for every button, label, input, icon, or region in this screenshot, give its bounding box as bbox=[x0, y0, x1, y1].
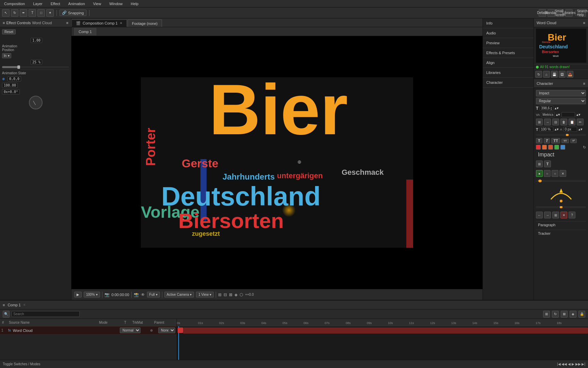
char-scalex-input[interactable] bbox=[540, 127, 553, 132]
tl-btn-2[interactable]: ↻ bbox=[552, 311, 559, 318]
panel-item-audio[interactable]: Audio bbox=[483, 28, 534, 38]
char-btn-4[interactable]: 🗑 bbox=[560, 119, 567, 125]
view-select[interactable]: 1 View ▾ bbox=[196, 292, 214, 297]
style-tt[interactable]: TT bbox=[551, 138, 560, 143]
zoom-select[interactable]: 100% ▾ bbox=[84, 292, 100, 297]
hslider-thumb[interactable] bbox=[538, 180, 542, 182]
char-ctrl-green[interactable]: ● bbox=[536, 170, 543, 177]
tool-pen[interactable]: ✒ bbox=[20, 9, 27, 17]
camera-select[interactable]: Active Camera ▾ bbox=[164, 292, 194, 297]
animation-in-dropdown[interactable]: In ▾ bbox=[2, 53, 11, 58]
panel-item-info[interactable]: Info bbox=[483, 18, 534, 28]
search-help-btn[interactable]: Search Help bbox=[578, 9, 586, 17]
comp-viewer[interactable]: Bier Deutschland Biersorten Gerste Jahrh… bbox=[71, 36, 483, 289]
tool-shape[interactable]: □ bbox=[37, 9, 45, 17]
rulers-icon[interactable]: ⊠ bbox=[229, 292, 232, 297]
tl-btn-5[interactable]: 🔒 bbox=[578, 311, 585, 318]
char-ctrl-circle1[interactable]: ○ bbox=[544, 170, 551, 177]
style-italic[interactable]: T bbox=[544, 138, 550, 143]
subtab-comp1[interactable]: Comp 1 bbox=[74, 28, 96, 35]
layer-name[interactable]: Word Cloud bbox=[13, 328, 118, 333]
show-snapshot-icon[interactable]: 👁 bbox=[141, 292, 145, 297]
table-row[interactable]: 1 fx Word Cloud Normal ⊕ None bbox=[0, 326, 177, 335]
tool-text[interactable]: T bbox=[29, 9, 36, 17]
wcp-btn-save[interactable]: 💾 bbox=[551, 71, 558, 78]
guides-icon[interactable]: ⊟ bbox=[224, 292, 227, 297]
wcp-btn-home[interactable]: ⌂ bbox=[543, 71, 550, 78]
char-btn-2[interactable]: → bbox=[544, 119, 551, 125]
tab-comp-close[interactable]: ✕ bbox=[120, 21, 122, 25]
char-action-red[interactable]: ✕ bbox=[560, 212, 567, 218]
wcp-menu[interactable]: ≡ bbox=[583, 21, 585, 25]
layer-bar[interactable] bbox=[183, 327, 588, 334]
char-slider[interactable] bbox=[536, 134, 586, 136]
tool-select[interactable]: ↖ bbox=[2, 9, 10, 17]
char-scaley-input[interactable] bbox=[564, 127, 577, 132]
rotation-val[interactable]: 0x+0.0° bbox=[2, 89, 20, 94]
slider-thumb[interactable] bbox=[17, 65, 20, 69]
swatch-dark-orange[interactable] bbox=[548, 145, 553, 150]
char-style-select[interactable]: Regular bbox=[536, 98, 586, 104]
char-extra-btn2[interactable]: T bbox=[544, 160, 551, 167]
char-action-help[interactable]: ? bbox=[569, 212, 575, 218]
layer-parent-select[interactable]: None bbox=[158, 327, 175, 333]
style-superscript[interactable]: T² bbox=[570, 139, 577, 143]
tl-search-btn[interactable]: 🔍 bbox=[3, 311, 10, 318]
tab-composition-comp1[interactable]: 🎬 Composition Comp 1 ✕ bbox=[71, 19, 127, 27]
slider-container[interactable] bbox=[2, 66, 69, 68]
tl-btn-3[interactable]: ⊠ bbox=[561, 311, 568, 318]
char-action-1[interactable]: ← bbox=[536, 212, 543, 218]
layer-mode-select[interactable]: Normal bbox=[120, 327, 141, 333]
tl-search-input[interactable] bbox=[12, 311, 80, 317]
tl-btn-4[interactable]: ◈ bbox=[570, 311, 576, 318]
style-bold[interactable]: T bbox=[536, 138, 542, 143]
grid-icon[interactable]: ⊞ bbox=[218, 292, 222, 297]
color-refresh[interactable]: ↻ bbox=[583, 145, 586, 150]
swatch-green[interactable] bbox=[554, 145, 559, 150]
char-btn-6[interactable]: ✏ bbox=[577, 119, 584, 125]
tab-footage[interactable]: Footage (none) bbox=[128, 19, 162, 27]
menu-view[interactable]: View bbox=[92, 1, 103, 6]
panel-item-align[interactable]: Align bbox=[483, 58, 534, 68]
toggle-switches[interactable]: Toggle Switches / Modes bbox=[3, 362, 40, 366]
bottom-slider-thumb[interactable] bbox=[560, 206, 562, 208]
menu-composition[interactable]: Composition bbox=[3, 1, 26, 6]
reset-button[interactable]: Reset bbox=[2, 29, 16, 34]
effect-controls-menu[interactable]: ≡ bbox=[66, 21, 68, 25]
val-100[interactable]: 100.00 bbox=[2, 83, 18, 88]
mask-icon[interactable]: ◈ bbox=[234, 292, 238, 297]
char-btn-1[interactable]: ⊞ bbox=[536, 119, 543, 125]
char-extra-btn1[interactable]: ⊞ bbox=[536, 160, 543, 167]
style-tf[interactable]: TT bbox=[561, 139, 569, 143]
tool-rotate[interactable]: ↻ bbox=[11, 9, 18, 17]
char-va-input[interactable] bbox=[541, 112, 555, 117]
char-ctrl-x[interactable]: ✕ bbox=[559, 170, 566, 177]
swatch-red[interactable] bbox=[536, 145, 541, 150]
swatch-orange[interactable] bbox=[542, 145, 547, 150]
char-action-3[interactable]: ⊞ bbox=[552, 212, 559, 218]
char-track-input[interactable] bbox=[561, 112, 575, 117]
swatch-blue[interactable] bbox=[560, 145, 565, 150]
panel-item-libraries[interactable]: Libraries bbox=[483, 68, 534, 78]
char-size-input[interactable] bbox=[540, 106, 553, 111]
char-btn-3[interactable]: ⊟ bbox=[552, 119, 559, 125]
field-value-100[interactable]: 1.00 bbox=[31, 38, 42, 43]
xyz-value[interactable]: 0,0,0 bbox=[7, 76, 21, 81]
wcp-btn-export[interactable]: 📤 bbox=[567, 71, 573, 78]
tl-btn-1[interactable]: ⊞ bbox=[543, 311, 550, 318]
rotation-dial[interactable] bbox=[29, 96, 43, 109]
workspace-libraries[interactable]: Libraries bbox=[565, 9, 573, 17]
tool-puppet[interactable]: ✦ bbox=[46, 9, 54, 17]
menu-window[interactable]: Window bbox=[108, 1, 124, 6]
percent-value[interactable]: 25 % bbox=[31, 60, 42, 65]
panel-item-effects-presets[interactable]: Effects & Presets bbox=[483, 48, 534, 58]
menu-layer[interactable]: Layer bbox=[32, 1, 44, 6]
char-font-select[interactable]: Impact bbox=[536, 90, 586, 96]
quality-select[interactable]: Full ▾ bbox=[147, 292, 160, 297]
bottom-slider[interactable] bbox=[536, 206, 586, 208]
char-ctrl-circle2[interactable]: ○ bbox=[552, 170, 558, 177]
viewer-preview-btn[interactable]: ▶ bbox=[74, 292, 82, 297]
panel-item-character[interactable]: Character bbox=[483, 78, 534, 88]
char-slider-thumb[interactable] bbox=[566, 134, 569, 136]
tl-playback-icons[interactable]: |◀ ◀◀ ◀ ▶ ▶▶ ▶| bbox=[557, 362, 585, 366]
